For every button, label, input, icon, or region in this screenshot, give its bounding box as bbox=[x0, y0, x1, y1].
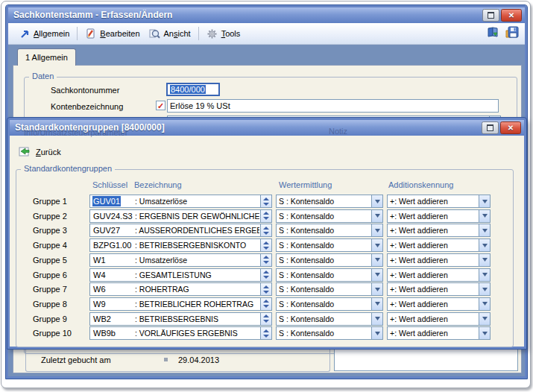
additionskennung-select[interactable]: +: Wert addieren bbox=[387, 312, 491, 326]
spinner-button[interactable] bbox=[260, 195, 271, 207]
menu-item-tools[interactable]: Tools bbox=[202, 25, 245, 42]
dialog-restore-button[interactable] bbox=[482, 121, 499, 134]
dropdown-arrow-icon[interactable] bbox=[371, 298, 382, 310]
kontenbezeichnung-label: Kontenbezeichnung bbox=[51, 102, 123, 111]
schluessel-value[interactable]: GUV24.S3 bbox=[92, 211, 133, 221]
bezeichnung-value[interactable]: : AUSSERORDENTLICHES ERGEBNIS bbox=[135, 225, 259, 235]
reference-book-icon[interactable] bbox=[487, 26, 499, 40]
kontenbezeichnung-input[interactable]: Erlöse 19 % USt bbox=[167, 99, 499, 113]
spinner-button[interactable] bbox=[260, 239, 271, 251]
bezeichnung-value[interactable]: : Umsatzerlöse bbox=[135, 255, 259, 265]
spinner-button[interactable] bbox=[260, 254, 271, 266]
additionskennung-select[interactable]: +: Wert addieren bbox=[387, 326, 491, 340]
bezeichnung-value[interactable]: : BETRIEBLICHER ROHERTRAG bbox=[135, 299, 259, 309]
dropdown-arrow-icon[interactable] bbox=[479, 327, 490, 339]
dropdown-arrow-icon[interactable] bbox=[371, 239, 382, 251]
wertermittlung-select[interactable]: S : Kontensaldo bbox=[276, 326, 383, 340]
additionskennung-select[interactable]: +: Wert addieren bbox=[387, 282, 491, 296]
schluessel-value[interactable]: W9 bbox=[92, 299, 107, 309]
schluessel-value[interactable]: GUV27 bbox=[92, 225, 121, 235]
schluessel-value[interactable]: GUV01 bbox=[92, 196, 121, 206]
schluessel-value[interactable]: W1 bbox=[92, 255, 107, 265]
bezeichnung-value[interactable]: : Umsatzerlöse bbox=[135, 196, 259, 206]
schluessel-bezeichnung-field[interactable]: GUV01 : Umsatzerlöse bbox=[89, 195, 272, 208]
dropdown-arrow-icon[interactable] bbox=[371, 195, 382, 207]
additionskennung-select[interactable]: +: Wert addieren bbox=[387, 268, 491, 282]
dropdown-arrow-icon[interactable] bbox=[479, 195, 490, 207]
additionskennung-select[interactable]: +: Wert addieren bbox=[387, 238, 491, 252]
schluessel-bezeichnung-field[interactable]: W1 : Umsatzerlöse bbox=[89, 253, 272, 267]
wertermittlung-select[interactable]: S : Kontensaldo bbox=[276, 297, 383, 311]
wertermittlung-select[interactable]: S : Kontensaldo bbox=[276, 312, 383, 326]
menu-item-bearbeiten[interactable]: Bearbeiten bbox=[81, 25, 144, 42]
dropdown-arrow-icon[interactable] bbox=[371, 269, 382, 281]
wertermittlung-select[interactable]: S : Kontensaldo bbox=[276, 268, 383, 282]
schluessel-bezeichnung-field[interactable]: WB9b : VORLÄUFIGES ERGEBNIS bbox=[89, 326, 272, 340]
close-button[interactable]: ✕ bbox=[501, 9, 522, 22]
schluessel-bezeichnung-field[interactable]: GUV27 : AUSSERORDENTLICHES ERGEBNIS bbox=[89, 224, 272, 237]
bezeichnung-value[interactable]: : ROHERTRAG bbox=[135, 284, 259, 294]
dropdown-arrow-icon[interactable] bbox=[479, 283, 490, 295]
wertermittlung-select[interactable]: S : Kontensaldo bbox=[276, 253, 383, 267]
dropdown-arrow-icon[interactable] bbox=[479, 313, 490, 325]
spinner-button[interactable] bbox=[260, 283, 271, 295]
wertermittlung-select[interactable]: S : Kontensaldo bbox=[276, 209, 383, 223]
schluessel-value[interactable]: W4 bbox=[92, 270, 107, 280]
dropdown-arrow-icon[interactable] bbox=[371, 210, 382, 222]
dropdown-arrow-icon[interactable] bbox=[479, 254, 490, 266]
wertermittlung-select[interactable]: S : Kontensaldo bbox=[276, 195, 383, 208]
dropdown-arrow-icon[interactable] bbox=[479, 210, 490, 222]
spinner-button[interactable] bbox=[260, 313, 271, 325]
dropdown-arrow-icon[interactable] bbox=[371, 254, 382, 266]
dropdown-arrow-icon[interactable] bbox=[479, 224, 490, 236]
save-icon[interactable] bbox=[505, 26, 519, 40]
schluessel-value[interactable]: WB9b bbox=[92, 328, 116, 338]
spinner-button[interactable] bbox=[260, 269, 271, 281]
sachkontonummer-input[interactable]: 8400/000 bbox=[166, 83, 220, 96]
additionskennung-select[interactable]: +: Wert addieren bbox=[387, 195, 491, 208]
spinner-button[interactable] bbox=[260, 327, 271, 339]
standardkontengruppen-group-label: Standardkontengruppen bbox=[21, 164, 115, 173]
additionskennung-value: +: Wert addieren bbox=[390, 329, 448, 338]
schluessel-value[interactable]: WB2 bbox=[92, 314, 112, 324]
wertermittlung-select[interactable]: S : Kontensaldo bbox=[276, 238, 383, 252]
spinner-button[interactable] bbox=[260, 298, 271, 310]
dropdown-arrow-icon[interactable] bbox=[371, 327, 382, 339]
restore-button[interactable] bbox=[482, 9, 499, 22]
dialog-close-button[interactable]: ✕ bbox=[500, 121, 521, 134]
schluessel-value[interactable]: BZPG1.00 bbox=[92, 240, 132, 250]
menu-item-allgemein[interactable]: Allgemein bbox=[14, 25, 74, 42]
tab-allgemein[interactable]: 1 Allgemein bbox=[17, 48, 76, 66]
additionskennung-select[interactable]: +: Wert addieren bbox=[387, 253, 491, 267]
bezeichnung-value[interactable]: : ERGEBNIS DER GEWÖHNLICHEN GES bbox=[135, 211, 259, 221]
schluessel-bezeichnung-field[interactable]: WB2 : BETRIEBSERGEBNIS bbox=[89, 312, 272, 326]
additionskennung-select[interactable]: +: Wert addieren bbox=[387, 209, 491, 223]
spinner-button[interactable] bbox=[260, 224, 271, 236]
close-icon: ✕ bbox=[508, 123, 514, 133]
dropdown-arrow-icon[interactable] bbox=[479, 269, 490, 281]
wertermittlung-select[interactable]: S : Kontensaldo bbox=[276, 224, 383, 237]
additionskennung-select[interactable]: +: Wert addieren bbox=[387, 297, 491, 311]
dropdown-arrow-icon[interactable] bbox=[371, 283, 382, 295]
schluessel-bezeichnung-field[interactable]: W4 : GESAMTLEISTUNG bbox=[89, 268, 272, 282]
bezeichnung-value[interactable]: : VORLÄUFIGES ERGEBNIS bbox=[135, 328, 259, 338]
wertermittlung-select[interactable]: S : Kontensaldo bbox=[276, 282, 383, 296]
bezeichnung-value[interactable]: : BETRIEBSERGEBNIS bbox=[135, 314, 259, 324]
schluessel-bezeichnung-field[interactable]: W9 : BETRIEBLICHER ROHERTRAG bbox=[89, 297, 272, 311]
schluessel-bezeichnung-field[interactable]: GUV24.S3 : ERGEBNIS DER GEWÖHNLICHEN GES bbox=[89, 209, 272, 223]
group-row: Gruppe 1 GUV01 : Umsatzerlöse S : Konten… bbox=[10, 195, 524, 208]
mandatory-check-icon[interactable]: ✓ bbox=[156, 101, 165, 110]
schluessel-bezeichnung-field[interactable]: W6 : ROHERTRAG bbox=[89, 282, 272, 296]
dropdown-arrow-icon[interactable] bbox=[479, 298, 490, 310]
zurueck-button[interactable]: Zurück bbox=[16, 144, 64, 160]
dropdown-arrow-icon[interactable] bbox=[371, 224, 382, 236]
schluessel-value[interactable]: W6 bbox=[92, 284, 107, 294]
bezeichnung-value[interactable]: : GESAMTLEISTUNG bbox=[135, 270, 259, 280]
spinner-button[interactable] bbox=[260, 210, 271, 222]
menu-item-ansicht[interactable]: Ansicht bbox=[145, 25, 195, 42]
dropdown-arrow-icon[interactable] bbox=[479, 239, 490, 251]
additionskennung-select[interactable]: +: Wert addieren bbox=[387, 224, 491, 237]
bezeichnung-value[interactable]: : BETRIEBSERGEBNISKONTO bbox=[135, 240, 259, 250]
dropdown-arrow-icon[interactable] bbox=[371, 313, 382, 325]
schluessel-bezeichnung-field[interactable]: BZPG1.00 : BETRIEBSERGEBNISKONTO bbox=[89, 238, 272, 252]
